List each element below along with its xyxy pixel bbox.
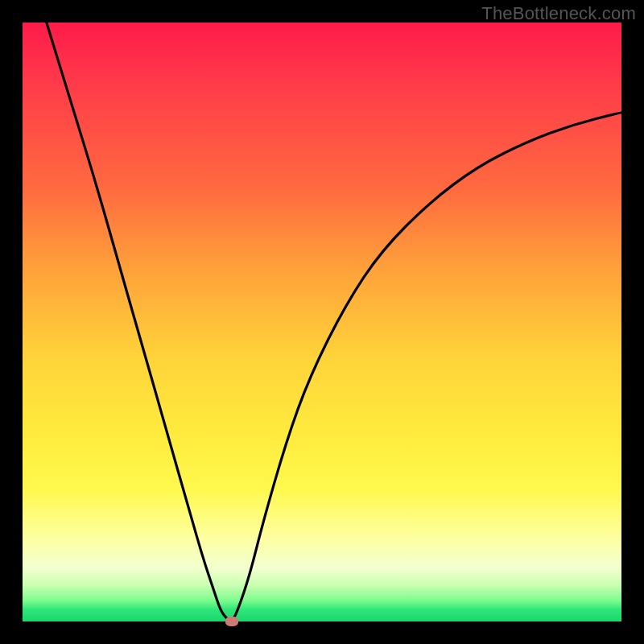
bottleneck-curve: [23, 23, 621, 621]
plot-area: [23, 23, 621, 621]
watermark-text: TheBottleneck.com: [481, 3, 636, 24]
curve-path: [47, 23, 621, 620]
chart-frame: TheBottleneck.com: [0, 0, 644, 644]
optimum-marker: [225, 617, 238, 626]
